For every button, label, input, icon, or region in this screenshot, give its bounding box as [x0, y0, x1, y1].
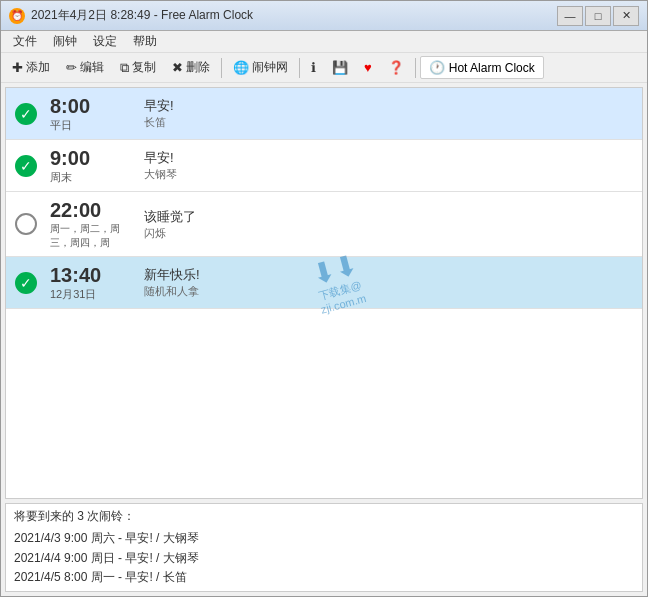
alarm-time-col-3: 22:00 周一，周二，周三，周四，周	[46, 192, 136, 256]
alarm-sound-3: 闪烁	[144, 226, 634, 241]
table-row[interactable]: ✓ 9:00 周末 早安! 大钢琴	[6, 140, 642, 192]
alarm-info-3: 该睡觉了 闪烁	[136, 192, 642, 256]
alarm-days-4: 12月31日	[50, 287, 132, 302]
alarm-check-1[interactable]: ✓	[6, 88, 46, 139]
alarm-label-3: 该睡觉了	[144, 208, 634, 226]
alarm-label-4: 新年快乐!	[144, 266, 634, 284]
toolbar-separator-3	[415, 58, 416, 78]
alarm-time-1: 8:00	[50, 94, 132, 118]
window-controls: — □ ✕	[557, 6, 639, 26]
table-row[interactable]: 22:00 周一，周二，周三，周四，周 该睡觉了 闪烁	[6, 192, 642, 257]
globe-icon: 🌐	[233, 60, 249, 75]
close-button[interactable]: ✕	[613, 6, 639, 26]
info-button[interactable]: ℹ	[304, 56, 323, 79]
menu-file[interactable]: 文件	[5, 31, 45, 52]
menu-alarm[interactable]: 闹钟	[45, 31, 85, 52]
alarm-sound-4: 随机和人拿	[144, 284, 634, 299]
save-icon: 💾	[332, 60, 348, 75]
alarm-time-4: 13:40	[50, 263, 132, 287]
question-button[interactable]: ❓	[381, 56, 411, 79]
add-icon: ✚	[12, 60, 23, 75]
alarm-label-1: 早安!	[144, 97, 634, 115]
alarm-list[interactable]: ✓ 8:00 平日 早安! 长笛 ✓ 9:00 周末	[5, 87, 643, 499]
save-button[interactable]: 💾	[325, 56, 355, 79]
main-window: ⏰ 2021年4月2日 8:28:49 - Free Alarm Clock —…	[0, 0, 648, 597]
info-icon: ℹ	[311, 60, 316, 75]
delete-icon: ✖	[172, 60, 183, 75]
main-content: ✓ 8:00 平日 早安! 长笛 ✓ 9:00 周末	[1, 83, 647, 596]
alarm-info-2: 早安! 大钢琴	[136, 140, 642, 191]
web-button[interactable]: 🌐 闹钟网	[226, 55, 295, 80]
upcoming-panel: 将要到来的 3 次闹铃： 2021/4/3 9:00 周六 - 早安! / 大钢…	[5, 503, 643, 592]
alarm-time-col-1: 8:00 平日	[46, 88, 136, 139]
alarm-time-col-2: 9:00 周末	[46, 140, 136, 191]
enabled-icon: ✓	[15, 103, 37, 125]
alarm-time-3: 22:00	[50, 198, 132, 222]
toolbar-separator-1	[221, 58, 222, 78]
heart-icon: ♥	[364, 60, 372, 75]
enabled-icon: ✓	[15, 272, 37, 294]
menu-bar: 文件 闹钟 设定 帮助	[1, 31, 647, 53]
alarm-sound-2: 大钢琴	[144, 167, 634, 182]
toolbar: ✚ 添加 ✏ 编辑 ⧉ 复制 ✖ 删除 🌐 闹钟网 ℹ 💾 ♥	[1, 53, 647, 83]
enabled-icon: ✓	[15, 155, 37, 177]
delete-button[interactable]: ✖ 删除	[165, 55, 217, 80]
alarm-days-3: 周一，周二，周三，周四，周	[50, 222, 132, 250]
copy-icon: ⧉	[120, 60, 129, 76]
alarm-sound-1: 长笛	[144, 115, 634, 130]
alarm-check-3[interactable]	[6, 192, 46, 256]
add-button[interactable]: ✚ 添加	[5, 55, 57, 80]
maximize-button[interactable]: □	[585, 6, 611, 26]
toolbar-separator-2	[299, 58, 300, 78]
alarm-time-2: 9:00	[50, 146, 132, 170]
minimize-button[interactable]: —	[557, 6, 583, 26]
upcoming-item-3: 2021/4/5 8:00 周一 - 早安! / 长笛	[14, 568, 634, 587]
app-icon: ⏰	[9, 8, 25, 24]
title-bar: ⏰ 2021年4月2日 8:28:49 - Free Alarm Clock —…	[1, 1, 647, 31]
question-icon: ❓	[388, 60, 404, 75]
alarm-time-col-4: 13:40 12月31日	[46, 257, 136, 308]
alarm-info-1: 早安! 长笛	[136, 88, 642, 139]
table-row[interactable]: ✓ 13:40 12月31日 新年快乐! 随机和人拿 ⬇⬇ 下载集@ zji.c…	[6, 257, 642, 309]
clock-icon: 🕐	[429, 60, 445, 75]
alarm-label-2: 早安!	[144, 149, 634, 167]
alarm-days-1: 平日	[50, 118, 132, 133]
table-row[interactable]: ✓ 8:00 平日 早安! 长笛	[6, 88, 642, 140]
menu-help[interactable]: 帮助	[125, 31, 165, 52]
window-title: 2021年4月2日 8:28:49 - Free Alarm Clock	[31, 7, 557, 24]
edit-button[interactable]: ✏ 编辑	[59, 55, 111, 80]
disabled-icon	[15, 213, 37, 235]
heart-button[interactable]: ♥	[357, 56, 379, 79]
menu-settings[interactable]: 设定	[85, 31, 125, 52]
upcoming-item-1: 2021/4/3 9:00 周六 - 早安! / 大钢琴	[14, 529, 634, 548]
alarm-check-4[interactable]: ✓	[6, 257, 46, 308]
edit-icon: ✏	[66, 60, 77, 75]
upcoming-item-2: 2021/4/4 9:00 周日 - 早安! / 大钢琴	[14, 549, 634, 568]
hot-alarm-button[interactable]: 🕐 Hot Alarm Clock	[420, 56, 544, 79]
alarm-info-4: 新年快乐! 随机和人拿	[136, 257, 642, 308]
upcoming-title: 将要到来的 3 次闹铃：	[14, 508, 634, 525]
copy-button[interactable]: ⧉ 复制	[113, 55, 163, 80]
alarm-check-2[interactable]: ✓	[6, 140, 46, 191]
alarm-days-2: 周末	[50, 170, 132, 185]
